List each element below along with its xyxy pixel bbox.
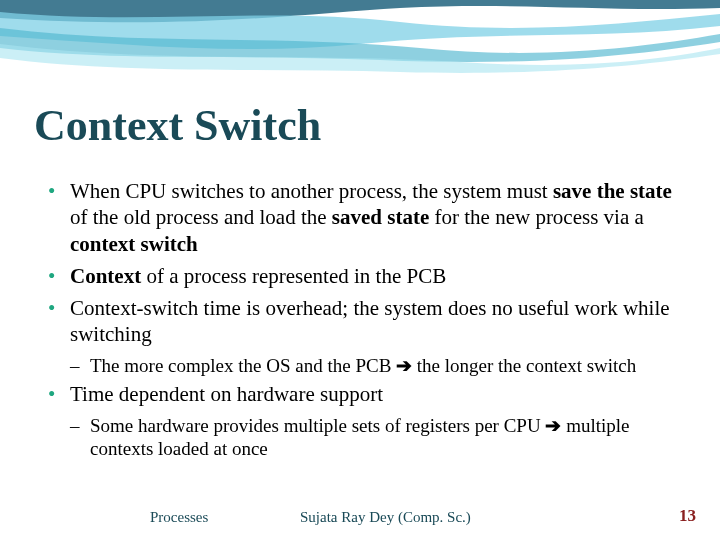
bullet-level-1: Context-switch time is overhead; the sys… bbox=[48, 295, 684, 348]
bold-text: Context bbox=[70, 264, 141, 288]
slide-title: Context Switch bbox=[34, 100, 321, 151]
slide: Context Switch When CPU switches to anot… bbox=[0, 0, 720, 540]
bullet-level-2: Some hardware provides multiple sets of … bbox=[48, 414, 684, 462]
header-wave-decoration bbox=[0, 0, 720, 90]
text-segment: of a process represented in the PCB bbox=[141, 264, 446, 288]
arrow-icon: ➔ bbox=[396, 355, 412, 376]
footer-left: Processes bbox=[150, 509, 208, 526]
text-segment: for the new process via a bbox=[429, 205, 644, 229]
text-segment: The more complex the OS and the PCB bbox=[90, 355, 396, 376]
bullet-level-1: When CPU switches to another process, th… bbox=[48, 178, 684, 257]
bullet-level-1: Time dependent on hardware support bbox=[48, 381, 684, 407]
footer-page-number: 13 bbox=[679, 506, 696, 526]
text-segment: When CPU switches to another process, th… bbox=[70, 179, 553, 203]
bold-text: save the state bbox=[553, 179, 672, 203]
text-segment: Some hardware provides multiple sets of … bbox=[90, 415, 545, 436]
slide-content: When CPU switches to another process, th… bbox=[48, 178, 684, 465]
text-segment: Time dependent on hardware support bbox=[70, 382, 383, 406]
bold-text: saved state bbox=[332, 205, 429, 229]
bullet-level-2: The more complex the OS and the PCB ➔ th… bbox=[48, 354, 684, 378]
arrow-icon: ➔ bbox=[545, 415, 561, 436]
bullet-level-1: Context of a process represented in the … bbox=[48, 263, 684, 289]
footer-center: Sujata Ray Dey (Comp. Sc.) bbox=[300, 509, 471, 526]
text-segment: Context-switch time is overhead; the sys… bbox=[70, 296, 670, 346]
text-segment: of the old process and load the bbox=[70, 205, 332, 229]
text-segment: the longer the context switch bbox=[412, 355, 636, 376]
bold-text: context switch bbox=[70, 232, 198, 256]
